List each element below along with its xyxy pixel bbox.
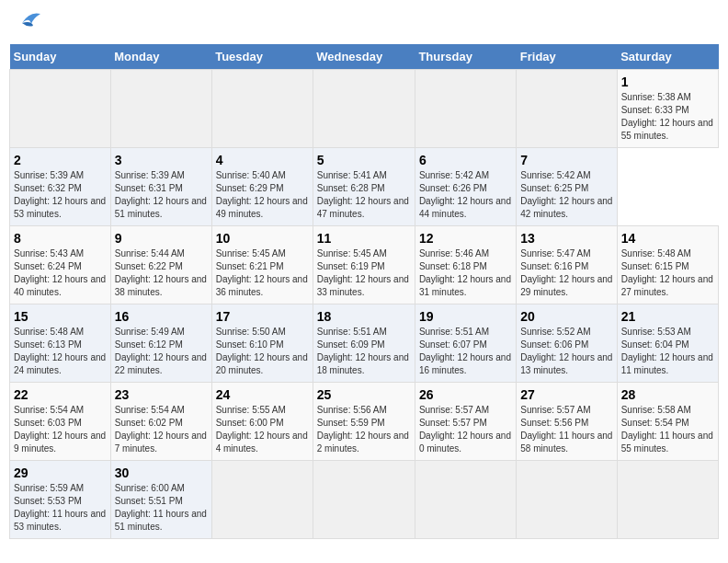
- day-number: 9: [115, 231, 208, 246]
- day-info: Sunrise: 6:00 AM Sunset: 5:51 PM Dayligh…: [115, 482, 208, 534]
- calendar-cell: 11 Sunrise: 5:45 AM Sunset: 6:19 PM Dayl…: [313, 226, 415, 304]
- day-number: 8: [14, 231, 107, 246]
- day-info: Sunrise: 5:53 AM Sunset: 6:04 PM Dayligh…: [621, 326, 714, 377]
- day-header-sunday: Sunday: [10, 44, 111, 70]
- day-number: 16: [115, 309, 208, 324]
- day-info: Sunrise: 5:40 AM Sunset: 6:29 PM Dayligh…: [216, 169, 309, 221]
- day-number: 22: [14, 387, 107, 402]
- calendar-cell: 15 Sunrise: 5:48 AM Sunset: 6:13 PM Dayl…: [10, 304, 111, 383]
- day-number: 24: [216, 387, 309, 402]
- calendar-cell: 7 Sunrise: 5:42 AM Sunset: 6:25 PM Dayli…: [517, 148, 617, 226]
- calendar-cell: [313, 70, 415, 148]
- calendar-cell: [517, 70, 617, 148]
- calendar-cell: 8 Sunrise: 5:43 AM Sunset: 6:24 PM Dayli…: [10, 226, 111, 304]
- day-info: Sunrise: 5:51 AM Sunset: 6:07 PM Dayligh…: [419, 326, 512, 377]
- day-info: Sunrise: 5:47 AM Sunset: 6:16 PM Dayligh…: [520, 247, 612, 299]
- logo-bird-icon: [13, 9, 46, 37]
- page-header: [9, 9, 719, 37]
- calendar-cell: 13 Sunrise: 5:47 AM Sunset: 6:16 PM Dayl…: [517, 226, 617, 304]
- day-number: 23: [115, 387, 208, 402]
- calendar-cell: 3 Sunrise: 5:39 AM Sunset: 6:31 PM Dayli…: [110, 148, 211, 226]
- calendar-week-1: 1 Sunrise: 5:38 AM Sunset: 6:33 PM Dayli…: [10, 70, 719, 148]
- day-info: Sunrise: 5:46 AM Sunset: 6:18 PM Dayligh…: [419, 247, 512, 299]
- day-info: Sunrise: 5:39 AM Sunset: 6:31 PM Dayligh…: [115, 169, 208, 221]
- day-number: 13: [520, 231, 612, 246]
- calendar-cell: 19 Sunrise: 5:51 AM Sunset: 6:07 PM Dayl…: [415, 304, 516, 383]
- day-number: 19: [419, 309, 512, 324]
- calendar-cell: [211, 461, 313, 539]
- calendar-cell: [517, 461, 617, 539]
- calendar-cell: [415, 461, 516, 539]
- day-number: 12: [419, 231, 512, 246]
- calendar-cell: 5 Sunrise: 5:41 AM Sunset: 6:28 PM Dayli…: [313, 148, 415, 226]
- calendar-cell: 30 Sunrise: 6:00 AM Sunset: 5:51 PM Dayl…: [110, 461, 211, 539]
- day-info: Sunrise: 5:52 AM Sunset: 6:06 PM Dayligh…: [520, 326, 612, 377]
- calendar-cell: [313, 461, 415, 539]
- day-info: Sunrise: 5:42 AM Sunset: 6:25 PM Dayligh…: [520, 169, 612, 221]
- day-number: 28: [621, 387, 714, 402]
- day-header-wednesday: Wednesday: [313, 44, 415, 70]
- day-info: Sunrise: 5:57 AM Sunset: 5:56 PM Dayligh…: [520, 404, 612, 455]
- logo: [13, 9, 50, 37]
- day-header-tuesday: Tuesday: [211, 44, 313, 70]
- calendar-cell: [110, 70, 211, 148]
- calendar-cell: 14 Sunrise: 5:48 AM Sunset: 6:15 PM Dayl…: [617, 226, 718, 304]
- day-number: 5: [317, 153, 411, 167]
- day-number: 15: [14, 309, 107, 324]
- day-header-saturday: Saturday: [617, 44, 718, 70]
- day-info: Sunrise: 5:41 AM Sunset: 6:28 PM Dayligh…: [317, 169, 411, 221]
- calendar-cell: 28 Sunrise: 5:58 AM Sunset: 5:54 PM Dayl…: [617, 383, 718, 461]
- day-info: Sunrise: 5:44 AM Sunset: 6:22 PM Dayligh…: [115, 247, 208, 299]
- day-info: Sunrise: 5:48 AM Sunset: 6:13 PM Dayligh…: [14, 326, 107, 377]
- calendar-cell: 27 Sunrise: 5:57 AM Sunset: 5:56 PM Dayl…: [517, 383, 617, 461]
- calendar-week-3: 8 Sunrise: 5:43 AM Sunset: 6:24 PM Dayli…: [10, 226, 719, 304]
- day-info: Sunrise: 5:51 AM Sunset: 6:09 PM Dayligh…: [317, 326, 411, 377]
- calendar-cell: 9 Sunrise: 5:44 AM Sunset: 6:22 PM Dayli…: [110, 226, 211, 304]
- calendar-cell: 2 Sunrise: 5:39 AM Sunset: 6:32 PM Dayli…: [10, 148, 111, 226]
- calendar-cell: 29 Sunrise: 5:59 AM Sunset: 5:53 PM Dayl…: [10, 461, 111, 539]
- day-number: 6: [419, 153, 512, 167]
- day-number: 20: [520, 309, 612, 324]
- day-info: Sunrise: 5:49 AM Sunset: 6:12 PM Dayligh…: [115, 326, 208, 377]
- calendar-cell: 23 Sunrise: 5:54 AM Sunset: 6:02 PM Dayl…: [110, 383, 211, 461]
- day-info: Sunrise: 5:43 AM Sunset: 6:24 PM Dayligh…: [14, 247, 107, 299]
- calendar-week-5: 22 Sunrise: 5:54 AM Sunset: 6:03 PM Dayl…: [10, 383, 719, 461]
- day-number: 18: [317, 309, 411, 324]
- day-number: 7: [520, 153, 612, 167]
- day-number: 25: [317, 387, 411, 402]
- day-info: Sunrise: 5:45 AM Sunset: 6:19 PM Dayligh…: [317, 247, 411, 299]
- day-number: 11: [317, 231, 411, 246]
- calendar-cell: 22 Sunrise: 5:54 AM Sunset: 6:03 PM Dayl…: [10, 383, 111, 461]
- day-info: Sunrise: 5:42 AM Sunset: 6:26 PM Dayligh…: [419, 169, 512, 221]
- day-number: 10: [216, 231, 309, 246]
- calendar-cell: 1 Sunrise: 5:38 AM Sunset: 6:33 PM Dayli…: [617, 70, 718, 148]
- calendar-cell: [617, 461, 718, 539]
- day-number: 30: [115, 465, 208, 480]
- calendar-cell: 12 Sunrise: 5:46 AM Sunset: 6:18 PM Dayl…: [415, 226, 516, 304]
- day-header-thursday: Thursday: [415, 44, 516, 70]
- calendar-cell: 25 Sunrise: 5:56 AM Sunset: 5:59 PM Dayl…: [313, 383, 415, 461]
- calendar-cell: [10, 70, 111, 148]
- day-info: Sunrise: 5:39 AM Sunset: 6:32 PM Dayligh…: [14, 169, 107, 221]
- day-number: 26: [419, 387, 512, 402]
- day-info: Sunrise: 5:58 AM Sunset: 5:54 PM Dayligh…: [621, 404, 714, 455]
- day-number: 21: [621, 309, 714, 324]
- calendar-cell: 16 Sunrise: 5:49 AM Sunset: 6:12 PM Dayl…: [110, 304, 211, 383]
- day-number: 4: [216, 153, 309, 167]
- calendar-cell: 4 Sunrise: 5:40 AM Sunset: 6:29 PM Dayli…: [211, 148, 313, 226]
- calendar-week-2: 2 Sunrise: 5:39 AM Sunset: 6:32 PM Dayli…: [10, 148, 719, 226]
- day-info: Sunrise: 5:57 AM Sunset: 5:57 PM Dayligh…: [419, 404, 512, 455]
- day-info: Sunrise: 5:59 AM Sunset: 5:53 PM Dayligh…: [14, 482, 107, 534]
- calendar-table: SundayMondayTuesdayWednesdayThursdayFrid…: [9, 44, 719, 539]
- day-number: 14: [621, 231, 714, 246]
- calendar-cell: 26 Sunrise: 5:57 AM Sunset: 5:57 PM Dayl…: [415, 383, 516, 461]
- day-info: Sunrise: 5:55 AM Sunset: 6:00 PM Dayligh…: [216, 404, 309, 455]
- calendar-cell: [211, 70, 313, 148]
- day-number: 3: [115, 153, 208, 167]
- calendar-cell: 18 Sunrise: 5:51 AM Sunset: 6:09 PM Dayl…: [313, 304, 415, 383]
- day-number: 1: [621, 75, 714, 89]
- day-info: Sunrise: 5:54 AM Sunset: 6:02 PM Dayligh…: [115, 404, 208, 455]
- calendar-cell: 20 Sunrise: 5:52 AM Sunset: 6:06 PM Dayl…: [517, 304, 617, 383]
- calendar-cell: 17 Sunrise: 5:50 AM Sunset: 6:10 PM Dayl…: [211, 304, 313, 383]
- day-info: Sunrise: 5:38 AM Sunset: 6:33 PM Dayligh…: [621, 91, 714, 143]
